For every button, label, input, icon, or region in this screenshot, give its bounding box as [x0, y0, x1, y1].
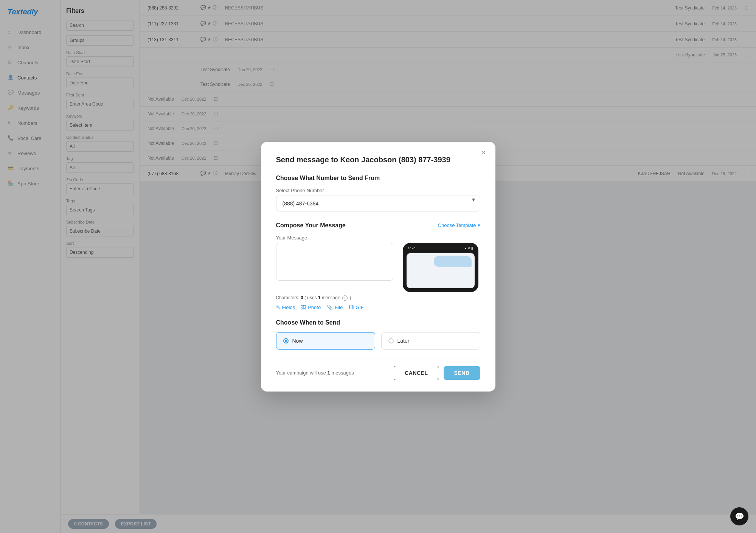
compose-header: Compose Your Message Choose Template ▾	[276, 222, 480, 229]
phone-select-wrapper: Select Phone Number (888) 487-6384 ▾	[276, 188, 480, 211]
footer-actions: CANCEL SEND	[394, 366, 480, 380]
phone-number-select[interactable]: (888) 487-6384	[276, 196, 480, 211]
info-icon: i	[342, 295, 348, 301]
send-when-title: Choose When to Send	[276, 319, 480, 326]
footer-info-prefix: Your campaign will use	[276, 370, 326, 376]
compose-section-title: Compose Your Message	[276, 222, 346, 229]
send-later-label: Later	[397, 338, 410, 344]
send-button[interactable]: SEND	[444, 366, 480, 380]
phone-screen	[407, 253, 475, 288]
chat-widget-icon: 💬	[735, 512, 744, 521]
modal-footer: Your campaign will use 1 messages CANCEL…	[276, 359, 480, 380]
char-uses-text: ( uses	[304, 295, 318, 300]
message-field-label: Your Message	[276, 235, 480, 241]
message-area-wrapper: 10:45 ▲ ⊕ ▮	[276, 243, 480, 292]
phone-frame: 10:45 ▲ ⊕ ▮	[403, 243, 478, 292]
photo-icon: 🖼	[301, 305, 306, 310]
char-uses-value: 1	[318, 295, 321, 300]
footer-info-suffix: messages	[331, 370, 354, 376]
chevron-down-icon: ▾	[478, 222, 480, 228]
edit-icon: ✎	[276, 305, 280, 310]
gif-label: GIF	[355, 305, 364, 310]
char-message-text: message	[322, 295, 342, 300]
char-count-row: Characters: 0 ( uses 1 message i )	[276, 295, 480, 301]
message-preview-bubble	[434, 256, 472, 267]
footer-info: Your campaign will use 1 messages	[276, 370, 354, 376]
choose-template-label: Choose Template	[438, 222, 476, 228]
modal-overlay: ✕ Send message to Keon Jacobson (803) 87…	[0, 0, 756, 533]
send-message-modal: ✕ Send message to Keon Jacobson (803) 87…	[261, 142, 495, 392]
photo-button[interactable]: 🖼 Photo	[301, 305, 321, 310]
radio-later-dot	[388, 338, 394, 343]
radio-now-dot	[283, 338, 289, 343]
send-now-label: Now	[292, 338, 303, 344]
footer-messages-count: 1	[328, 370, 330, 376]
modal-close-button[interactable]: ✕	[481, 149, 486, 156]
attachments-row: ✎ Fields 🖼 Photo 📎 File 🎞 GIF	[276, 305, 480, 310]
choose-number-section-title: Choose What Number to Send From	[276, 175, 480, 182]
file-label: File	[335, 305, 343, 310]
cancel-button[interactable]: CANCEL	[394, 366, 439, 380]
char-count-label: Characters:	[276, 295, 300, 300]
modal-title: Send message to Keon Jacobson (803) 877-…	[276, 155, 480, 164]
message-textarea[interactable]	[276, 243, 393, 281]
phone-preview: 10:45 ▲ ⊕ ▮	[401, 243, 480, 292]
char-paren-close: )	[349, 295, 351, 300]
phone-signal-icons: ▲ ⊕ ▮	[464, 247, 473, 250]
phone-select-label: Select Phone Number	[276, 188, 480, 193]
photo-label: Photo	[308, 305, 321, 310]
gif-icon: 🎞	[349, 305, 354, 310]
phone-time: 10:45	[408, 247, 416, 250]
fields-button[interactable]: ✎ Fields	[276, 305, 295, 310]
paperclip-icon: 📎	[327, 305, 333, 310]
send-when-section: Choose When to Send Now Later	[276, 319, 480, 350]
choose-template-button[interactable]: Choose Template ▾	[438, 222, 480, 228]
compose-section: Compose Your Message Choose Template ▾ Y…	[276, 222, 480, 310]
fields-label: Fields	[282, 305, 295, 310]
phone-status-bar: 10:45 ▲ ⊕ ▮	[407, 247, 475, 250]
char-count-value: 0	[301, 295, 303, 300]
send-options: Now Later	[276, 332, 480, 350]
send-later-option[interactable]: Later	[381, 332, 480, 350]
send-now-option[interactable]: Now	[276, 332, 375, 350]
file-button[interactable]: 📎 File	[327, 305, 343, 310]
chat-widget-button[interactable]: 💬	[730, 507, 748, 525]
gif-button[interactable]: 🎞 GIF	[349, 305, 364, 310]
